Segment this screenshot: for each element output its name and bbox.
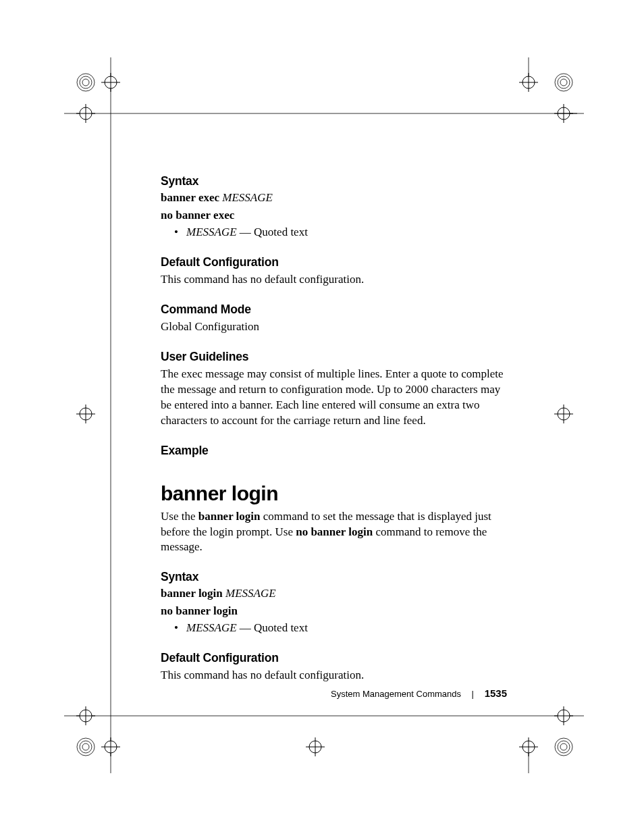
syntax-line-no-exec: no banner exec <box>161 209 506 222</box>
svg-point-15 <box>80 107 92 120</box>
intro-bold-2: no banner login <box>296 525 373 538</box>
svg-point-42 <box>558 710 570 722</box>
svg-point-12 <box>105 76 117 88</box>
svg-point-2 <box>82 79 89 86</box>
syntax-line-login: banner login MESSAGE <box>161 587 506 600</box>
syntax-keyword-2: banner login <box>161 587 223 600</box>
svg-point-36 <box>80 710 92 722</box>
syntax-line-exec: banner exec MESSAGE <box>161 191 506 205</box>
default-config-body: This command has no default configuratio… <box>161 272 506 288</box>
default-config-heading-2: Default Configuration <box>161 651 506 665</box>
bullet-rest-2: — Quoted text <box>237 621 308 634</box>
svg-point-1 <box>80 76 92 88</box>
svg-point-33 <box>105 741 117 753</box>
bullet-arg: MESSAGE <box>186 226 237 238</box>
footer-separator: | <box>472 689 474 699</box>
svg-point-27 <box>558 408 570 420</box>
command-mode-section: Command Mode Global Configuration <box>161 303 506 335</box>
bullet-rest: — Quoted text <box>237 226 308 238</box>
syntax-arg-2: MESSAGE <box>225 587 276 600</box>
user-guidelines-body: The exec message may consist of multiple… <box>161 367 506 429</box>
svg-point-30 <box>309 741 321 753</box>
svg-point-5 <box>560 79 567 86</box>
svg-point-24 <box>80 408 92 420</box>
footer-page-number: 1535 <box>485 687 507 699</box>
command-title-banner-login: banner login <box>161 482 506 505</box>
syntax-section-2: Syntax banner login MESSAGE no banner lo… <box>161 570 506 636</box>
page-footer: System Management Commands | 1535 <box>331 687 507 699</box>
example-heading: Example <box>161 444 506 458</box>
syntax-section: Syntax banner exec MESSAGE no banner exe… <box>161 174 506 240</box>
command-mode-heading: Command Mode <box>161 303 506 317</box>
default-config-section-2: Default Configuration This command has n… <box>161 651 506 683</box>
syntax-bullets: MESSAGE — Quoted text <box>161 225 506 240</box>
svg-point-18 <box>522 76 535 88</box>
svg-point-8 <box>82 744 89 750</box>
intro-part-a: Use the <box>161 510 198 523</box>
example-section: Example <box>161 444 506 458</box>
bullet-arg-2: MESSAGE <box>186 621 237 634</box>
banner-login-intro: Use the banner login command to set the … <box>161 509 506 556</box>
syntax-no-keyword: no banner exec <box>161 209 234 221</box>
svg-point-6 <box>77 738 95 756</box>
page-content: Syntax banner exec MESSAGE no banner exe… <box>161 174 506 683</box>
svg-point-10 <box>558 741 570 753</box>
intro-bold-1: banner login <box>198 510 261 523</box>
default-config-body-2: This command has no default configuratio… <box>161 668 506 683</box>
syntax-keyword: banner exec <box>161 191 219 204</box>
svg-point-4 <box>558 76 570 88</box>
svg-point-7 <box>80 741 92 753</box>
default-config-section: Default Configuration This command has n… <box>161 255 506 288</box>
footer-section: System Management Commands <box>331 689 461 699</box>
syntax-bullet-message-2: MESSAGE — Quoted text <box>186 621 506 636</box>
syntax-heading-2: Syntax <box>161 570 506 584</box>
svg-point-39 <box>522 741 535 753</box>
svg-point-0 <box>77 74 95 91</box>
syntax-bullets-2: MESSAGE — Quoted text <box>161 621 506 636</box>
command-mode-body: Global Configuration <box>161 319 506 335</box>
svg-point-9 <box>555 738 572 756</box>
syntax-line-no-login: no banner login <box>161 604 506 618</box>
syntax-no-keyword-2: no banner login <box>161 604 238 617</box>
syntax-heading: Syntax <box>161 174 506 188</box>
svg-point-11 <box>560 744 567 750</box>
user-guidelines-section: User Guidelines The exec message may con… <box>161 350 506 429</box>
syntax-arg: MESSAGE <box>222 191 273 204</box>
svg-point-21 <box>558 107 570 120</box>
user-guidelines-heading: User Guidelines <box>161 350 506 364</box>
default-config-heading: Default Configuration <box>161 255 506 269</box>
svg-point-3 <box>555 74 572 91</box>
syntax-bullet-message: MESSAGE — Quoted text <box>186 225 506 240</box>
